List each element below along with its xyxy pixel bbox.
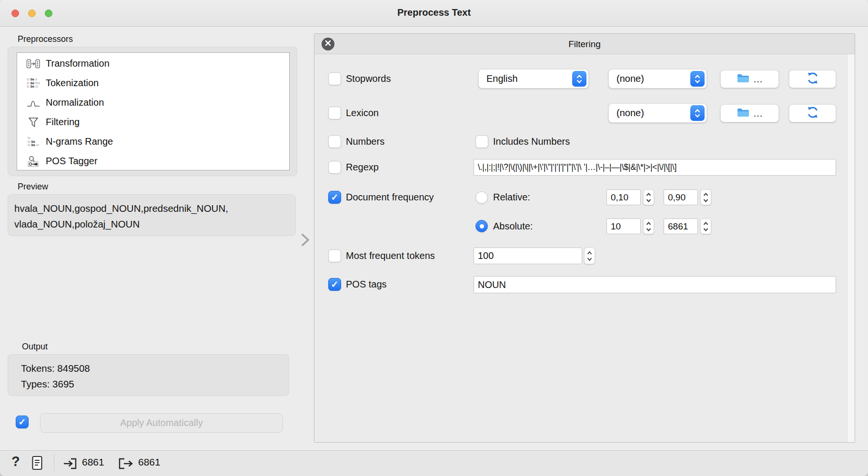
list-item-pos-tagger[interactable]: POS Tagger: [17, 151, 289, 171]
stopwords-reload-button[interactable]: [789, 70, 836, 88]
folder-icon: [737, 73, 750, 85]
preview-label: Preview: [18, 182, 48, 192]
preprocessors-list: Transformation to be ato be theto be or …: [17, 52, 290, 170]
most-frequent-tokens-input[interactable]: [474, 248, 582, 264]
absolute-radio[interactable]: [475, 220, 488, 232]
list-item-label: Tokenization: [46, 78, 99, 89]
filtering-panel-header: Filtering: [314, 34, 855, 54]
relative-max-stepper[interactable]: [700, 189, 711, 205]
lexicon-browse-button[interactable]: ...: [720, 104, 779, 122]
preview-line: hvala_NOUN,gospod_NOUN,predsednik_NOUN,: [14, 200, 295, 216]
includes-numbers-checkbox[interactable]: [475, 135, 488, 148]
title-bar: Preprocess Text: [0, 0, 868, 27]
lexicon-checkbox[interactable]: [328, 107, 341, 119]
most-frequent-tokens-checkbox[interactable]: [328, 249, 341, 262]
stopwords-checkbox[interactable]: [328, 72, 341, 85]
absolute-min-stepper[interactable]: [643, 218, 654, 234]
list-item-filtering[interactable]: Filtering: [17, 112, 289, 132]
chevron-up-down-icon: [690, 105, 705, 121]
document-icon: [31, 464, 43, 472]
relative-label: Relative:: [493, 192, 530, 203]
splitter-handle[interactable]: [300, 233, 311, 249]
regexp-label: Regexp: [346, 162, 379, 173]
preview-box: hvala_NOUN,gospod_NOUN,predsednik_NOUN, …: [8, 194, 296, 236]
report-button[interactable]: [31, 456, 43, 473]
list-item-tokenization[interactable]: to be ato be theto be or Tokenization: [17, 73, 289, 93]
numbers-label: Numbers: [346, 136, 384, 147]
chevron-up-down-icon: [572, 71, 586, 87]
list-item-label: Transformation: [46, 58, 110, 69]
chevron-up-down-icon: [690, 71, 705, 87]
output-arrow-icon: [118, 464, 133, 472]
absolute-label: Absolute:: [493, 221, 533, 232]
lexicon-file-select[interactable]: (none): [608, 103, 707, 123]
lexicon-browse-label: ...: [754, 108, 763, 119]
preprocessors-label: Preprocessors: [18, 34, 73, 44]
list-item-label: Normalization: [46, 97, 104, 108]
document-frequency-checkbox[interactable]: [328, 191, 341, 204]
apply-automatically-checkbox[interactable]: [16, 416, 29, 428]
lexicon-file-value: (none): [609, 108, 690, 119]
stopwords-file-value: (none): [609, 73, 690, 84]
filtering-panel-title: Filtering: [314, 34, 855, 54]
filtering-icon: [24, 117, 43, 128]
help-icon[interactable]: ?: [11, 454, 20, 469]
absolute-min-input[interactable]: [606, 218, 641, 234]
ngrams-range-icon: toto beto be or: [24, 136, 43, 147]
relative-radio[interactable]: [475, 191, 488, 204]
input-count: 6861: [82, 456, 104, 468]
preview-line: vlada_NOUN,položaj_NOUN: [14, 216, 295, 232]
tokenization-icon: to be ato be theto be or: [24, 78, 43, 89]
output-count: 6861: [138, 456, 161, 468]
regexp-checkbox[interactable]: [328, 161, 341, 174]
reload-icon: [806, 106, 819, 121]
output-types: Types: 3695: [21, 376, 289, 392]
includes-numbers-label: Includes Numbers: [493, 136, 570, 147]
pos-tags-input[interactable]: [474, 276, 836, 293]
list-item-label: N-grams Range: [46, 136, 113, 147]
stopwords-language-select[interactable]: English: [478, 69, 589, 89]
list-item-ngrams-range[interactable]: toto beto be or N-grams Range: [17, 132, 289, 151]
pos-tags-label: POS tags: [346, 279, 387, 290]
reload-icon: [806, 71, 819, 87]
lexicon-reload-button[interactable]: [789, 104, 836, 122]
document-frequency-label: Document frequency: [346, 192, 434, 203]
list-item-label: Filtering: [46, 117, 80, 128]
absolute-max-stepper[interactable]: [700, 218, 711, 234]
output-summary[interactable]: [118, 457, 133, 472]
stopwords-browse-label: ...: [754, 74, 763, 85]
pos-tags-checkbox[interactable]: [328, 278, 341, 291]
stopwords-browse-button[interactable]: ...: [720, 70, 779, 88]
chevron-right-icon: [300, 240, 311, 248]
folder-icon: [737, 107, 750, 119]
lexicon-label: Lexicon: [346, 108, 379, 119]
preprocess-text-window: Preprocess Text Preprocessors Transforma…: [0, 0, 868, 476]
relative-min-stepper[interactable]: [643, 189, 654, 205]
pos-tagger-icon: [24, 155, 43, 168]
relative-min-input[interactable]: [606, 189, 641, 205]
stopwords-language-value: English: [479, 73, 572, 84]
status-bar: ? 6861 6861: [0, 450, 868, 476]
output-tokens: Tokens: 849508: [21, 360, 289, 376]
list-item-normalization[interactable]: Normalization: [17, 93, 289, 112]
output-label: Output: [22, 342, 48, 352]
window-title: Preprocess Text: [0, 7, 868, 18]
filtering-editor-panel: Filtering Stopwords English (none) ...: [314, 33, 855, 443]
list-item-transformation[interactable]: Transformation: [17, 54, 289, 73]
normalization-icon: [24, 98, 43, 108]
numbers-checkbox[interactable]: [328, 135, 341, 148]
statusbar-divider: [54, 455, 54, 471]
most-frequent-tokens-label: Most frequent tokens: [346, 250, 435, 261]
relative-max-input[interactable]: [664, 189, 698, 205]
stopwords-label: Stopwords: [346, 73, 391, 84]
stopwords-file-select[interactable]: (none): [608, 69, 707, 89]
absolute-max-input[interactable]: [664, 218, 698, 234]
input-summary[interactable]: [62, 457, 78, 472]
regexp-pattern-input[interactable]: [474, 159, 836, 176]
most-frequent-tokens-stepper[interactable]: [584, 248, 595, 264]
vertical-scrollbar[interactable]: [847, 54, 855, 442]
output-box: Tokens: 849508 Types: 3695: [8, 354, 289, 396]
transformation-icon: [24, 59, 43, 69]
apply-automatically-button[interactable]: Apply Automatically: [40, 413, 283, 433]
list-item-label: POS Tagger: [46, 156, 98, 167]
